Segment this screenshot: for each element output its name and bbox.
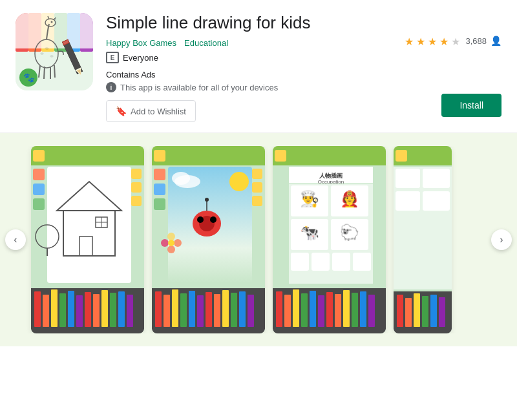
svg-rect-55 <box>127 295 133 327</box>
svg-point-68 <box>210 216 216 223</box>
chevron-left-icon: ‹ <box>14 234 17 246</box>
svg-rect-110 <box>311 253 330 271</box>
svg-rect-54 <box>118 291 125 327</box>
star-1: ★ <box>405 36 415 46</box>
gallery-prev-button[interactable]: ‹ <box>5 229 26 250</box>
svg-text:人物插画: 人物插画 <box>319 173 343 179</box>
svg-point-77 <box>172 172 190 185</box>
app-title: Simple line drawing for kids <box>106 13 501 33</box>
svg-rect-28 <box>33 169 45 180</box>
install-button[interactable]: Install <box>441 94 501 117</box>
screenshot-img-2 <box>152 146 265 333</box>
svg-rect-61 <box>154 198 165 210</box>
svg-rect-136 <box>405 298 412 327</box>
svg-rect-78 <box>252 169 262 179</box>
svg-rect-131 <box>423 169 450 188</box>
svg-rect-122 <box>343 290 350 327</box>
svg-rect-111 <box>332 253 350 271</box>
svg-rect-89 <box>214 294 220 327</box>
star-2: ★ <box>416 36 427 46</box>
svg-rect-52 <box>101 290 108 327</box>
svg-rect-46 <box>51 289 58 327</box>
svg-text:🐑: 🐑 <box>340 223 359 242</box>
svg-point-75 <box>168 240 174 246</box>
screenshot-img-4 <box>394 146 452 333</box>
star-4: ★ <box>439 36 450 46</box>
star-3: ★ <box>428 36 438 46</box>
svg-rect-91 <box>231 293 237 327</box>
svg-rect-84 <box>172 289 178 327</box>
svg-rect-87 <box>197 295 204 327</box>
age-text: Everyone <box>123 53 158 63</box>
app-header: 🐾 Simple line drawing for kids Happy Box… <box>0 0 517 133</box>
rating-count: 3,688 <box>465 36 487 46</box>
svg-line-14 <box>44 67 45 79</box>
svg-rect-31 <box>47 167 131 283</box>
svg-text:🐄: 🐄 <box>300 223 319 242</box>
svg-rect-92 <box>239 291 246 327</box>
chevron-right-icon: › <box>500 234 503 246</box>
svg-rect-85 <box>180 293 187 327</box>
svg-rect-132 <box>396 191 420 211</box>
age-badge: E <box>106 52 119 63</box>
svg-text:👨‍🍳: 👨‍🍳 <box>300 189 319 208</box>
svg-rect-48 <box>68 291 74 327</box>
screenshots-gallery: ‹ <box>0 133 517 346</box>
developer-link[interactable]: Happy Box Games <box>106 38 176 48</box>
svg-point-74 <box>167 246 175 253</box>
svg-rect-50 <box>85 292 91 327</box>
svg-rect-49 <box>76 295 83 327</box>
category-link[interactable]: Educational <box>184 38 228 48</box>
info-icon: i <box>106 82 116 92</box>
star-5: ★ <box>451 36 461 46</box>
availability-text: This app is available for all of your de… <box>120 83 278 92</box>
gallery-next-button[interactable]: › <box>491 229 512 250</box>
svg-rect-93 <box>248 295 254 327</box>
svg-rect-128 <box>396 150 407 162</box>
svg-rect-59 <box>154 169 165 180</box>
svg-rect-115 <box>284 295 291 327</box>
svg-rect-53 <box>110 293 116 327</box>
wishlist-label: Add to Wishlist <box>131 107 186 116</box>
add-to-wishlist-button[interactable]: 🔖 Add to Wishlist <box>106 100 196 122</box>
svg-rect-119 <box>318 295 324 327</box>
screenshot-img-3: 人物插画 Occupation 👨‍🍳 🧑‍🚒 🐄 🐑 <box>273 146 386 333</box>
svg-point-73 <box>161 239 169 247</box>
svg-rect-26 <box>31 146 144 165</box>
svg-rect-80 <box>252 196 262 206</box>
svg-rect-90 <box>222 290 229 327</box>
svg-rect-27 <box>33 150 45 162</box>
svg-rect-125 <box>368 295 375 327</box>
svg-rect-82 <box>155 291 162 327</box>
svg-rect-88 <box>206 292 212 327</box>
svg-rect-96 <box>275 150 286 162</box>
svg-rect-45 <box>43 295 49 327</box>
svg-rect-30 <box>33 198 45 210</box>
svg-rect-133 <box>423 191 450 211</box>
svg-rect-29 <box>33 184 45 195</box>
svg-rect-117 <box>301 293 308 327</box>
svg-rect-138 <box>422 296 428 327</box>
svg-rect-124 <box>360 291 366 327</box>
contains-ads-label: Contains Ads <box>106 70 501 79</box>
svg-rect-112 <box>353 253 371 271</box>
svg-rect-83 <box>164 295 170 327</box>
age-rating-row: E Everyone <box>106 52 501 63</box>
svg-rect-140 <box>439 297 445 327</box>
svg-rect-95 <box>273 146 386 165</box>
svg-point-64 <box>229 172 249 191</box>
svg-rect-114 <box>276 291 282 327</box>
svg-rect-60 <box>154 184 165 195</box>
svg-rect-121 <box>335 294 341 327</box>
svg-rect-120 <box>326 292 333 327</box>
svg-line-16 <box>54 65 55 78</box>
svg-rect-58 <box>154 150 165 162</box>
person-icon: 👤 <box>491 36 501 46</box>
svg-rect-47 <box>59 293 66 327</box>
availability-row: i This app is available for all of your … <box>106 82 501 92</box>
svg-rect-40 <box>131 169 142 179</box>
svg-rect-44 <box>34 291 41 327</box>
svg-rect-137 <box>414 293 420 327</box>
bookmark-icon: 🔖 <box>116 106 127 116</box>
svg-point-71 <box>174 239 182 247</box>
